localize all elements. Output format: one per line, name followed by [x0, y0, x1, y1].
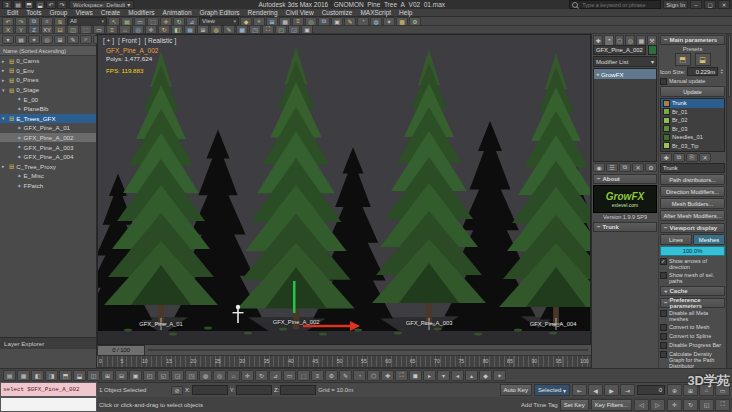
add-time-tag[interactable]: Add Time Tag [521, 402, 558, 408]
make-unique-icon[interactable]: ⧉ [619, 163, 631, 172]
toolbar-icon[interactable]: ⛶ [262, 25, 274, 34]
maximize-button[interactable]: ▢ [704, 0, 716, 9]
manual-update-checkbox[interactable]: Manual update [660, 78, 725, 85]
path-list-item[interactable]: Needles_01 [661, 133, 724, 142]
display-checkbox[interactable]: Show arrows of direction [660, 258, 725, 270]
toolbar-icon[interactable]: ⬚ [80, 25, 92, 34]
menu-item[interactable]: Customize [318, 9, 357, 16]
toolbar-icon[interactable]: ⬚ [297, 370, 310, 381]
list-item[interactable]: ✦ GFX_Pine_A_002 [0, 133, 96, 143]
redo-icon[interactable]: ↷ [57, 0, 67, 9]
auto-key-button[interactable]: Auto Key [500, 384, 532, 396]
list-item[interactable]: ✦ PlaneBlb [0, 104, 96, 114]
show-end-result-icon[interactable]: ☰ [606, 163, 618, 172]
path-color-chip[interactable] [663, 125, 670, 132]
toolbar-icon[interactable]: ✎ [223, 25, 235, 34]
x-coordinate-field[interactable] [192, 385, 228, 395]
checkbox-icon[interactable] [660, 310, 667, 317]
menu-item[interactable]: Help [395, 9, 416, 16]
set-key-button[interactable]: Set Key [560, 399, 589, 411]
toolbar-icon[interactable]: ▴ [465, 370, 478, 381]
preference-checkbox[interactable]: Convert to Spline [660, 333, 725, 340]
search-input[interactable] [580, 1, 658, 9]
viewport-menu-general[interactable]: [ + ] [103, 37, 114, 44]
toolbar-icon[interactable]: ◆ [479, 370, 492, 381]
toolbar-icon[interactable]: ◫ [67, 25, 79, 34]
about-rollout-header[interactable]: −About [593, 174, 657, 184]
toolbar-icon[interactable]: ▭ [93, 25, 105, 34]
save-file-icon[interactable]: ⬓ [35, 0, 45, 9]
menu-item[interactable]: Tools [22, 9, 45, 16]
explorer-tool-icon[interactable]: ▤ [15, 35, 27, 44]
app-logo-icon[interactable]: 3 [2, 0, 12, 9]
parameters-button[interactable]: Direction Modifiers... [660, 186, 725, 197]
time-slider-thumb[interactable]: 0 / 100 [97, 345, 145, 356]
new-file-icon[interactable]: ▤ [13, 0, 23, 9]
playback-icon[interactable]: ▶ [604, 384, 619, 396]
panel-scrollbar[interactable] [726, 34, 732, 368]
hierarchy-tab-icon[interactable]: ⬡ [615, 35, 625, 46]
checkbox-icon[interactable] [660, 324, 667, 331]
orbit-icon[interactable]: ↻ [683, 399, 698, 411]
toolbar-icon[interactable]: ◍ [370, 17, 382, 26]
viewport-menu-view[interactable]: [ Front ] [118, 37, 140, 44]
current-frame-field[interactable]: 0 [637, 385, 665, 395]
toolbar-icon[interactable]: ▭ [283, 370, 296, 381]
toolbar-icon[interactable]: ⬒ [59, 370, 72, 381]
checkbox-icon[interactable] [660, 342, 667, 349]
toolbar-icon[interactable]: ✦ [383, 17, 395, 26]
delete-path-icon[interactable]: ✕ [699, 153, 711, 162]
toolbar-icon[interactable]: ▦ [236, 25, 248, 34]
list-item[interactable]: ▸ ▤ C_Tree_Proxy [0, 162, 96, 172]
toolbar-icon[interactable]: ▩ [396, 17, 408, 26]
checkbox-icon[interactable] [660, 351, 667, 358]
toolbar-icon[interactable]: ⚙ [409, 17, 421, 26]
maxscript-listener[interactable] [0, 397, 97, 412]
modifier-bulb-icon[interactable]: ● [596, 71, 599, 77]
key-step-icon[interactable]: ▷ [650, 399, 665, 411]
maxscript-macro-recorder[interactable]: select $GFX_Pine_A_002 [0, 382, 97, 397]
path-list-item[interactable]: Br_02 [661, 116, 724, 125]
path-color-chip[interactable] [663, 100, 670, 107]
expand-arrow-icon[interactable]: ▸ [2, 58, 7, 64]
open-preset-icon[interactable]: ⬒ [675, 53, 691, 66]
key-filters-button[interactable]: Key Filters... [591, 399, 632, 411]
list-item[interactable]: ✦ GFX_Pine_A_004 [0, 152, 96, 162]
expand-arrow-icon[interactable]: ▾ [2, 115, 7, 121]
explorer-tool-icon[interactable]: ▾ [2, 35, 14, 44]
toolbar-icon[interactable]: ⊞ [197, 25, 209, 34]
toolbar-icon[interactable]: ↻ [158, 25, 170, 34]
axis-constraint-icon[interactable]: XY [41, 25, 53, 34]
toolbar-icon[interactable]: ⌂ [119, 25, 131, 34]
help-search[interactable] [569, 0, 661, 9]
toolbar-icon[interactable]: ◍ [199, 370, 212, 381]
axis-constraint-icon[interactable]: X [2, 25, 14, 34]
expand-arrow-icon[interactable]: ▸ [2, 77, 7, 83]
menu-item[interactable]: MAXScript [356, 9, 395, 16]
selection-lock-icon[interactable]: ⊘ [171, 386, 183, 395]
field-of-view-icon[interactable]: ◱ [699, 399, 714, 411]
toolbar-icon[interactable]: ⬡ [367, 370, 380, 381]
save-preset-icon[interactable]: ⬓ [695, 53, 711, 66]
toolbar-icon[interactable]: ◰ [143, 370, 156, 381]
toolbar-icon[interactable]: ▣ [301, 25, 313, 34]
toolbar-icon[interactable]: ✦ [493, 370, 506, 381]
toolbar-icon[interactable]: ◳ [249, 25, 261, 34]
preference-checkbox[interactable]: Disable all Meta meshes [660, 310, 725, 322]
toolbar-icon[interactable]: ◂ [451, 370, 464, 381]
create-tab-icon[interactable]: ✚ [593, 35, 603, 46]
menu-item[interactable]: Edit [3, 9, 22, 16]
parameters-button[interactable]: After Mesh Modifiers... [660, 210, 725, 221]
meshes-button[interactable]: Meshes [693, 234, 725, 245]
toolbar-icon[interactable]: ◨ [45, 370, 58, 381]
expand-arrow-icon[interactable]: ▸ [2, 67, 7, 73]
menu-item[interactable]: Views [71, 9, 96, 16]
path-color-chip[interactable] [663, 108, 670, 115]
display-tab-icon[interactable]: ▦ [636, 35, 646, 46]
path-list-item[interactable]: Trunk [661, 99, 724, 108]
path-list-item[interactable]: Br_03 [661, 125, 724, 134]
toolbar-icon[interactable]: ⊡ [54, 25, 66, 34]
undo-icon[interactable]: ↶ [46, 0, 56, 9]
toolbar-icon[interactable]: ≡ [106, 25, 118, 34]
close-button[interactable]: ✕ [718, 0, 730, 9]
